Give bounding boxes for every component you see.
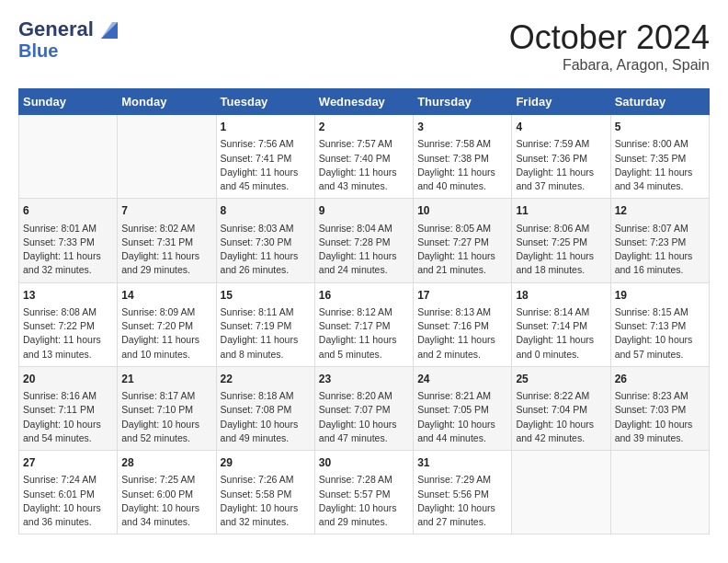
- day-info: Sunrise: 8:22 AM Sunset: 7:04 PM Dayligh…: [516, 389, 606, 445]
- day-info: Sunrise: 8:08 AM Sunset: 7:22 PM Dayligh…: [23, 305, 113, 362]
- logo-icon: [101, 22, 118, 39]
- day-number: 6: [23, 203, 113, 219]
- calendar-week-3: 13Sunrise: 8:08 AM Sunset: 7:22 PM Dayli…: [19, 282, 710, 366]
- day-number: 30: [319, 455, 409, 471]
- day-number: 27: [23, 455, 113, 471]
- day-number: 2: [319, 120, 409, 135]
- calendar-cell: 17Sunrise: 8:13 AM Sunset: 7:16 PM Dayli…: [414, 282, 512, 366]
- day-header-friday: Friday: [512, 89, 610, 115]
- day-number: 10: [417, 203, 507, 219]
- day-header-monday: Monday: [118, 89, 216, 115]
- day-info: Sunrise: 7:25 AM Sunset: 6:00 PM Dayligh…: [121, 473, 211, 529]
- day-number: 14: [121, 288, 211, 304]
- calendar-cell: 22Sunrise: 8:18 AM Sunset: 7:08 PM Dayli…: [216, 366, 314, 450]
- calendar-cell: 16Sunrise: 8:12 AM Sunset: 7:17 PM Dayli…: [314, 282, 413, 366]
- day-info: Sunrise: 7:56 AM Sunset: 7:41 PM Dayligh…: [221, 137, 311, 193]
- calendar-cell: 29Sunrise: 7:26 AM Sunset: 5:58 PM Dayli…: [216, 451, 314, 534]
- day-number: 22: [221, 372, 311, 387]
- calendar-cell: [118, 115, 216, 199]
- calendar-cell: 18Sunrise: 8:14 AM Sunset: 7:14 PM Dayli…: [512, 282, 610, 366]
- calendar-cell: 28Sunrise: 7:25 AM Sunset: 6:00 PM Dayli…: [118, 451, 216, 534]
- day-info: Sunrise: 8:07 AM Sunset: 7:23 PM Dayligh…: [615, 222, 705, 278]
- day-info: Sunrise: 8:23 AM Sunset: 7:03 PM Dayligh…: [615, 389, 705, 445]
- day-info: Sunrise: 8:04 AM Sunset: 7:28 PM Dayligh…: [319, 222, 409, 278]
- day-info: Sunrise: 7:26 AM Sunset: 5:58 PM Dayligh…: [221, 473, 311, 529]
- calendar-cell: 10Sunrise: 8:05 AM Sunset: 7:27 PM Dayli…: [414, 199, 512, 282]
- calendar-cell: 31Sunrise: 7:29 AM Sunset: 5:56 PM Dayli…: [414, 451, 512, 534]
- day-number: 5: [615, 120, 705, 135]
- day-header-saturday: Saturday: [610, 89, 709, 115]
- day-header-tuesday: Tuesday: [216, 89, 314, 115]
- calendar-cell: 25Sunrise: 8:22 AM Sunset: 7:04 PM Dayli…: [512, 366, 610, 450]
- day-info: Sunrise: 7:59 AM Sunset: 7:36 PM Dayligh…: [516, 137, 606, 193]
- day-number: 8: [221, 203, 311, 219]
- calendar-table: SundayMondayTuesdayWednesdayThursdayFrid…: [18, 88, 710, 534]
- calendar-cell: 2Sunrise: 7:57 AM Sunset: 7:40 PM Daylig…: [314, 115, 413, 199]
- day-number: 31: [417, 455, 507, 471]
- day-number: 12: [615, 203, 705, 219]
- page-header: General Blue October 2024 Fabara, Aragon…: [18, 18, 710, 74]
- day-number: 16: [319, 288, 409, 304]
- day-info: Sunrise: 8:05 AM Sunset: 7:27 PM Dayligh…: [417, 222, 507, 278]
- day-header-wednesday: Wednesday: [314, 89, 413, 115]
- day-info: Sunrise: 8:21 AM Sunset: 7:05 PM Dayligh…: [417, 389, 507, 445]
- day-info: Sunrise: 7:28 AM Sunset: 5:57 PM Dayligh…: [319, 473, 409, 529]
- day-info: Sunrise: 8:00 AM Sunset: 7:35 PM Dayligh…: [615, 137, 705, 193]
- day-number: 24: [417, 372, 507, 387]
- day-number: 19: [615, 288, 705, 304]
- calendar-cell: 19Sunrise: 8:15 AM Sunset: 7:13 PM Dayli…: [610, 282, 709, 366]
- calendar-cell: 23Sunrise: 8:20 AM Sunset: 7:07 PM Dayli…: [314, 366, 413, 450]
- calendar-cell: [19, 115, 118, 199]
- day-number: 3: [417, 120, 507, 135]
- calendar-week-2: 6Sunrise: 8:01 AM Sunset: 7:33 PM Daylig…: [19, 199, 710, 282]
- day-number: 18: [516, 288, 606, 304]
- calendar-week-1: 1Sunrise: 7:56 AM Sunset: 7:41 PM Daylig…: [19, 115, 710, 199]
- calendar-week-4: 20Sunrise: 8:16 AM Sunset: 7:11 PM Dayli…: [19, 366, 710, 450]
- day-info: Sunrise: 8:17 AM Sunset: 7:10 PM Dayligh…: [121, 389, 211, 445]
- calendar-cell: 14Sunrise: 8:09 AM Sunset: 7:20 PM Dayli…: [118, 282, 216, 366]
- day-number: 7: [121, 203, 211, 219]
- calendar-cell: 12Sunrise: 8:07 AM Sunset: 7:23 PM Dayli…: [610, 199, 709, 282]
- day-info: Sunrise: 7:24 AM Sunset: 6:01 PM Dayligh…: [23, 473, 113, 529]
- calendar-cell: 3Sunrise: 7:58 AM Sunset: 7:38 PM Daylig…: [414, 115, 512, 199]
- calendar-header: SundayMondayTuesdayWednesdayThursdayFrid…: [19, 89, 710, 115]
- calendar-cell: 13Sunrise: 8:08 AM Sunset: 7:22 PM Dayli…: [19, 282, 118, 366]
- day-info: Sunrise: 8:12 AM Sunset: 7:17 PM Dayligh…: [319, 305, 409, 362]
- calendar-cell: 4Sunrise: 7:59 AM Sunset: 7:36 PM Daylig…: [512, 115, 610, 199]
- calendar-cell: 5Sunrise: 8:00 AM Sunset: 7:35 PM Daylig…: [610, 115, 709, 199]
- month-title: October 2024: [509, 18, 710, 57]
- calendar-cell: 20Sunrise: 8:16 AM Sunset: 7:11 PM Dayli…: [19, 366, 118, 450]
- day-number: 28: [121, 455, 211, 471]
- day-number: 29: [221, 455, 311, 471]
- day-number: 21: [121, 372, 211, 387]
- calendar-cell: 15Sunrise: 8:11 AM Sunset: 7:19 PM Dayli…: [216, 282, 314, 366]
- day-info: Sunrise: 8:06 AM Sunset: 7:25 PM Dayligh…: [516, 222, 606, 278]
- day-info: Sunrise: 7:57 AM Sunset: 7:40 PM Dayligh…: [319, 137, 409, 193]
- day-info: Sunrise: 8:14 AM Sunset: 7:14 PM Dayligh…: [516, 305, 606, 362]
- calendar-cell: 21Sunrise: 8:17 AM Sunset: 7:10 PM Dayli…: [118, 366, 216, 450]
- day-number: 1: [221, 120, 311, 135]
- calendar-cell: 9Sunrise: 8:04 AM Sunset: 7:28 PM Daylig…: [314, 199, 413, 282]
- calendar-cell: 30Sunrise: 7:28 AM Sunset: 5:57 PM Dayli…: [314, 451, 413, 534]
- calendar-week-5: 27Sunrise: 7:24 AM Sunset: 6:01 PM Dayli…: [19, 451, 710, 534]
- calendar-cell: 6Sunrise: 8:01 AM Sunset: 7:33 PM Daylig…: [19, 199, 118, 282]
- calendar-cell: [610, 451, 709, 534]
- day-number: 26: [615, 372, 705, 387]
- logo-text: General: [18, 18, 118, 40]
- day-info: Sunrise: 8:15 AM Sunset: 7:13 PM Dayligh…: [615, 305, 705, 362]
- calendar-body: 1Sunrise: 7:56 AM Sunset: 7:41 PM Daylig…: [19, 115, 710, 534]
- day-info: Sunrise: 8:18 AM Sunset: 7:08 PM Dayligh…: [221, 389, 311, 445]
- day-info: Sunrise: 8:13 AM Sunset: 7:16 PM Dayligh…: [417, 305, 507, 362]
- calendar-cell: 8Sunrise: 8:03 AM Sunset: 7:30 PM Daylig…: [216, 199, 314, 282]
- day-number: 23: [319, 372, 409, 387]
- day-number: 9: [319, 203, 409, 219]
- day-info: Sunrise: 8:02 AM Sunset: 7:31 PM Dayligh…: [121, 222, 211, 278]
- calendar-cell: 1Sunrise: 7:56 AM Sunset: 7:41 PM Daylig…: [216, 115, 314, 199]
- day-info: Sunrise: 7:58 AM Sunset: 7:38 PM Dayligh…: [417, 137, 507, 193]
- logo: General Blue: [18, 18, 118, 61]
- calendar-cell: 11Sunrise: 8:06 AM Sunset: 7:25 PM Dayli…: [512, 199, 610, 282]
- day-number: 25: [516, 372, 606, 387]
- day-number: 4: [516, 120, 606, 135]
- day-info: Sunrise: 8:01 AM Sunset: 7:33 PM Dayligh…: [23, 222, 113, 278]
- day-info: Sunrise: 8:03 AM Sunset: 7:30 PM Dayligh…: [221, 222, 311, 278]
